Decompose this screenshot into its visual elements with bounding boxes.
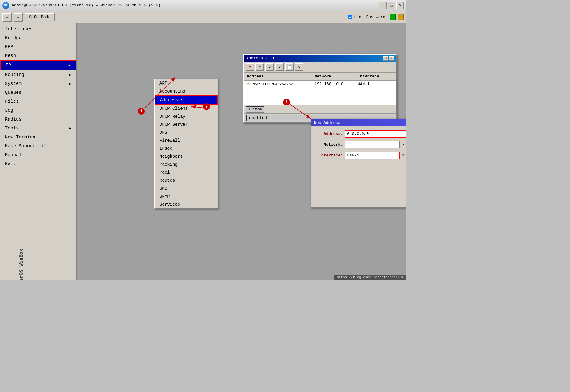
address-list-toolbar: + − ✓ ✕ 📋 ▽: [244, 62, 396, 73]
make-supout-label: Make Supout.rif: [5, 144, 46, 149]
filter-address-button[interactable]: ▽: [295, 63, 303, 71]
sidebar-item-queues[interactable]: Queues: [0, 88, 76, 97]
interface-input[interactable]: [345, 152, 400, 159]
submenu-item-dns[interactable]: DNS: [155, 129, 218, 137]
accounting-label: Accounting: [159, 89, 185, 94]
address-input[interactable]: [345, 130, 406, 138]
sidebar-item-radius[interactable]: Radius: [0, 115, 76, 124]
lock-icon: 🔒: [398, 14, 404, 20]
submenu-item-smb[interactable]: SMB: [155, 184, 218, 192]
interface-cell: WAN-1: [356, 81, 395, 87]
exit-label: Exit: [5, 161, 16, 167]
interface-field-label: Interface:: [315, 153, 343, 158]
title-bar: MT admin@00:0C:29:31:01:B8 (MikroTik) - …: [0, 0, 406, 11]
sidebar-item-ip[interactable]: IP ▶: [0, 60, 76, 70]
network-field-row: Network: ▼: [315, 141, 406, 148]
address-list-status-bar: 1 item: [244, 105, 396, 113]
network-input[interactable]: [345, 141, 400, 148]
network-dropdown-button[interactable]: ▼: [400, 141, 406, 148]
address-list-window: Address List □ ✕ + − ✓ ✕ 📋 ▽ Address Net…: [243, 54, 397, 123]
submenu-item-dhcp-server[interactable]: DHCP Server: [155, 121, 218, 129]
submenu-item-neighbors[interactable]: Neighbors: [155, 152, 218, 160]
sidebar-menu: Interfaces Bridge PPP Mesh IP ▶ Routing …: [0, 23, 76, 170]
network-input-container: ▼: [345, 141, 406, 148]
dhcp-server-label: DHCP Server: [159, 122, 188, 127]
address-list-minimize[interactable]: □: [383, 56, 388, 61]
submenu-item-ipsec[interactable]: IPsec: [155, 145, 218, 152]
packing-label: Packing: [159, 162, 178, 167]
submenu-item-routes[interactable]: Routes: [155, 176, 218, 184]
remove-address-button[interactable]: −: [255, 63, 264, 71]
address-list-table-body: ⊕ 192.168.10.254/24 192.168.10.0 WAN-1: [244, 81, 396, 105]
add-address-button[interactable]: +: [246, 63, 254, 71]
enabled-status: enabled: [246, 115, 270, 121]
sidebar-item-ppp[interactable]: PPP: [0, 42, 76, 51]
system-label: System: [5, 81, 22, 86]
safe-mode-button[interactable]: Safe Mode: [25, 13, 55, 21]
sidebar-item-bridge[interactable]: Bridge: [0, 34, 76, 42]
hide-passwords-checkbox[interactable]: [348, 15, 352, 19]
sidebar-item-new-terminal[interactable]: New Terminal: [0, 133, 76, 142]
address-list-title: Address List: [246, 56, 275, 61]
network-cell: 192.168.10.0: [313, 81, 356, 87]
back-button[interactable]: ←: [2, 13, 12, 22]
submenu-item-packing[interactable]: Packing: [155, 160, 218, 168]
status-green-icon: [390, 14, 396, 20]
window-title: admin@00:0C:29:31:01:B8 (MikroTik) - Win…: [12, 3, 377, 8]
edit-address-button[interactable]: ✓: [265, 63, 274, 71]
queues-label: Queues: [5, 90, 22, 95]
interface-dropdown-button[interactable]: ▼: [400, 152, 406, 159]
table-row[interactable]: ⊕ 192.168.10.254/24 192.168.10.0 WAN-1: [244, 81, 396, 88]
ip-submenu-arrow: ▶: [69, 63, 71, 68]
new-address-title: New Address: [314, 121, 340, 125]
firewall-label: Firewall: [159, 138, 180, 143]
address-list-title-bar: Address List □ ✕: [244, 55, 396, 62]
properties-address-button[interactable]: 📋: [285, 63, 294, 71]
address-field-row: Address:: [315, 130, 406, 138]
forward-button[interactable]: →: [14, 13, 23, 22]
routes-label: Routes: [159, 178, 175, 183]
address-list-controls: □ ✕: [383, 56, 394, 61]
log-label: Log: [5, 108, 13, 113]
app-icon: MT: [2, 2, 9, 9]
submenu-item-accounting[interactable]: Accounting: [155, 87, 218, 95]
interface-field-row: Interface: ▼: [315, 152, 406, 159]
address-list-table-header: Address Network Interface: [244, 73, 396, 81]
sidebar-item-tools[interactable]: Tools ▶: [0, 124, 76, 133]
sidebar-item-mesh[interactable]: Mesh: [0, 51, 76, 60]
network-column-header: Network: [313, 73, 356, 79]
ip-submenu-popup: ARP Accounting Addresses DHCP Client DHC…: [154, 79, 219, 209]
minimize-button[interactable]: –: [379, 2, 387, 9]
annotation-circle-1: 1: [138, 108, 145, 115]
interface-column-header: Interface: [356, 73, 395, 79]
submenu-item-dhcp-relay[interactable]: DHCP Relay: [155, 113, 218, 121]
sidebar-item-exit[interactable]: Exit: [0, 160, 76, 168]
submenu-item-snmp[interactable]: SNMP: [155, 192, 218, 200]
address-list-close[interactable]: ✕: [389, 56, 394, 61]
sidebar-item-files[interactable]: Files: [0, 97, 76, 106]
files-label: Files: [5, 99, 19, 104]
submenu-item-pool[interactable]: Pool: [155, 168, 218, 176]
radius-label: Radius: [5, 117, 22, 122]
sidebar-item-interfaces[interactable]: Interfaces: [0, 25, 76, 34]
sidebar-item-make-supout[interactable]: Make Supout.rif: [0, 142, 76, 151]
sidebar-item-log[interactable]: Log: [0, 106, 76, 115]
new-address-body: Address: Network: ▼ Interface:: [311, 126, 406, 207]
close-button[interactable]: ✕: [396, 2, 404, 9]
sidebar-item-routing[interactable]: Routing ▶: [0, 70, 76, 79]
services-label: Services: [159, 202, 180, 207]
url-bar: https://blog.csdn.net/aidream1239: [334, 275, 406, 280]
new-address-title-bar: New Address □ ✕: [311, 119, 406, 126]
submenu-item-addresses[interactable]: Addresses: [155, 95, 218, 105]
routing-submenu-arrow: ▶: [69, 73, 71, 77]
sidebar-item-manual[interactable]: Manual: [0, 151, 76, 160]
window-controls: – □ ✕: [379, 2, 404, 9]
clear-address-button[interactable]: ✕: [275, 63, 284, 71]
address-cell: ⊕ 192.168.10.254/24: [246, 81, 313, 87]
maximize-button[interactable]: □: [388, 2, 395, 9]
submenu-item-arp[interactable]: ARP: [155, 79, 218, 87]
sidebar-item-system[interactable]: System ▶: [0, 79, 76, 88]
submenu-item-firewall[interactable]: Firewall: [155, 137, 218, 145]
addresses-label: Addresses: [160, 97, 183, 102]
submenu-item-services[interactable]: Services: [155, 200, 218, 208]
